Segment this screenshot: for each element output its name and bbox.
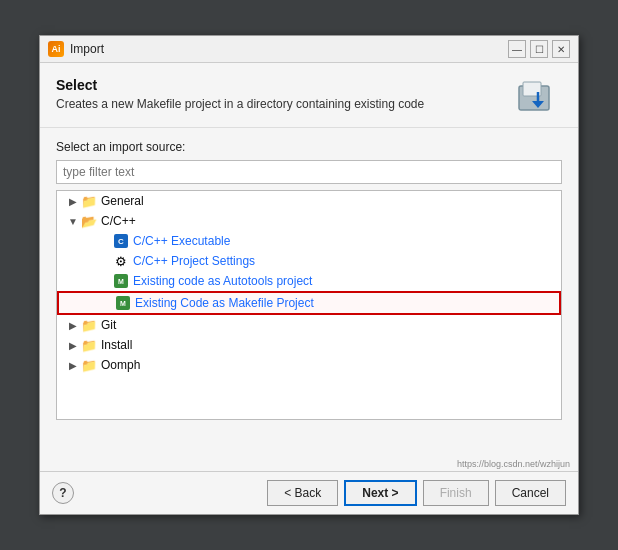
tree-item-cpp[interactable]: ▼ 📂 C/C++ bbox=[57, 211, 561, 231]
next-button[interactable]: Next > bbox=[344, 480, 416, 506]
tree-item-autotools[interactable]: ▶ M Existing code as Autotools project bbox=[57, 271, 561, 291]
header-description: Creates a new Makefile project in a dire… bbox=[56, 97, 424, 111]
tree-label-general: General bbox=[101, 194, 144, 208]
tree-item-cpp-exec[interactable]: ▶ C C/C++ Executable bbox=[57, 231, 561, 251]
file-icon-cpp-proj: ⚙ bbox=[113, 253, 129, 269]
file-icon-makefile: M bbox=[115, 295, 131, 311]
header-title: Select bbox=[56, 77, 424, 93]
expand-icon-cpp: ▼ bbox=[65, 213, 81, 229]
watermark: https://blog.csdn.net/wzhijun bbox=[40, 457, 578, 471]
expand-icon-install: ▶ bbox=[65, 337, 81, 353]
expand-icon-general: ▶ bbox=[65, 193, 81, 209]
footer-right: < Back Next > Finish Cancel bbox=[267, 480, 566, 506]
app-icon: Ai bbox=[48, 41, 64, 57]
tree-container[interactable]: ▶ 📁 General ▼ 📂 C/C++ ▶ C C/C+ bbox=[56, 190, 562, 420]
file-icon-cpp-exec: C bbox=[113, 233, 129, 249]
help-button[interactable]: ? bbox=[52, 482, 74, 504]
header-content: Select Creates a new Makefile project in… bbox=[56, 77, 424, 111]
expand-icon-oomph: ▶ bbox=[65, 357, 81, 373]
tree-item-cpp-proj[interactable]: ▶ ⚙ C/C++ Project Settings bbox=[57, 251, 561, 271]
import-dialog: Ai Import — ☐ ✕ Select Creates a new Mak… bbox=[39, 35, 579, 515]
header-icon bbox=[514, 77, 562, 117]
tree-item-git[interactable]: ▶ 📁 Git bbox=[57, 315, 561, 335]
import-icon-svg bbox=[517, 78, 559, 116]
title-bar: Ai Import — ☐ ✕ bbox=[40, 36, 578, 63]
filter-input[interactable] bbox=[56, 160, 562, 184]
footer-left: ? bbox=[52, 482, 74, 504]
tree-label-install: Install bbox=[101, 338, 132, 352]
tree-label-cpp-proj: C/C++ Project Settings bbox=[133, 254, 255, 268]
dialog-footer: ? < Back Next > Finish Cancel bbox=[40, 471, 578, 514]
tree-item-general[interactable]: ▶ 📁 General bbox=[57, 191, 561, 211]
file-icon-autotools: M bbox=[113, 273, 129, 289]
maximize-button[interactable]: ☐ bbox=[530, 40, 548, 58]
dialog-body: Select an import source: ▶ 📁 General ▼ 📂… bbox=[40, 128, 578, 457]
tree-label-oomph: Oomph bbox=[101, 358, 140, 372]
expand-icon-git: ▶ bbox=[65, 317, 81, 333]
tree-label-cpp-exec: C/C++ Executable bbox=[133, 234, 230, 248]
finish-button[interactable]: Finish bbox=[423, 480, 489, 506]
window-controls: — ☐ ✕ bbox=[508, 40, 570, 58]
dialog-title: Import bbox=[70, 42, 502, 56]
folder-icon-cpp: 📂 bbox=[81, 213, 97, 229]
close-button[interactable]: ✕ bbox=[552, 40, 570, 58]
folder-icon-oomph: 📁 bbox=[81, 357, 97, 373]
tree-label-cpp: C/C++ bbox=[101, 214, 136, 228]
back-button[interactable]: < Back bbox=[267, 480, 338, 506]
tree-item-makefile[interactable]: ▶ M Existing Code as Makefile Project bbox=[57, 291, 561, 315]
tree-label-makefile: Existing Code as Makefile Project bbox=[135, 296, 314, 310]
dialog-header: Select Creates a new Makefile project in… bbox=[40, 63, 578, 128]
minimize-button[interactable]: — bbox=[508, 40, 526, 58]
cancel-button[interactable]: Cancel bbox=[495, 480, 566, 506]
folder-icon-general: 📁 bbox=[81, 193, 97, 209]
tree-item-install[interactable]: ▶ 📁 Install bbox=[57, 335, 561, 355]
source-label: Select an import source: bbox=[56, 140, 562, 154]
tree-label-autotools: Existing code as Autotools project bbox=[133, 274, 312, 288]
folder-icon-install: 📁 bbox=[81, 337, 97, 353]
folder-icon-git: 📁 bbox=[81, 317, 97, 333]
tree-item-oomph[interactable]: ▶ 📁 Oomph bbox=[57, 355, 561, 375]
tree-label-git: Git bbox=[101, 318, 116, 332]
